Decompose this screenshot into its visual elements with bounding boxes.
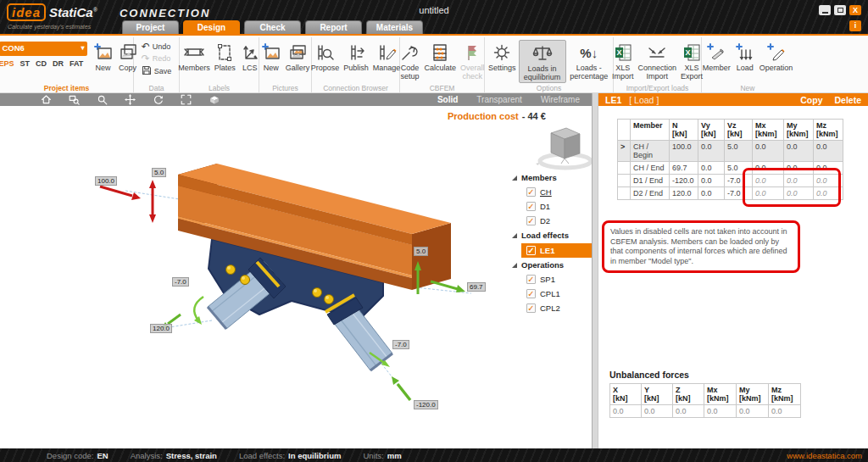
connection-import-button[interactable]: Connection Import <box>636 40 678 81</box>
xls-import-button[interactable]: X XLS Import <box>610 40 636 81</box>
rotate-view-button[interactable] <box>153 94 164 105</box>
tree-item-ch[interactable]: ✓CH <box>509 185 604 199</box>
checkbox-sp1[interactable]: ✓ <box>526 275 536 284</box>
gallery-button[interactable]: Gallery <box>284 40 312 74</box>
checkbox-ch[interactable]: ✓ <box>526 187 536 197</box>
publish-button[interactable]: Publish <box>342 40 370 74</box>
cell-n[interactable]: 69.7 <box>670 162 698 175</box>
project-item-tab-st[interactable]: ST <box>20 59 31 68</box>
pan-button[interactable] <box>125 94 136 105</box>
cell-my[interactable]: 0.0 <box>784 162 814 175</box>
viewport-3d-model[interactable] <box>0 106 593 448</box>
cell-mz[interactable]: 0.0 <box>814 162 843 175</box>
display-mode-solid[interactable]: Solid <box>437 95 458 104</box>
calculate-button[interactable]: Calculate <box>422 40 458 74</box>
connection-selector[interactable]: CON6▾ <box>0 42 87 56</box>
loads-in-equilibrium-button[interactable]: Loads in equilibrium <box>519 40 566 83</box>
tree-item-cpl2[interactable]: ✓CPL2 <box>509 301 604 315</box>
minimize-icon <box>822 12 828 14</box>
row-selector[interactable]: > <box>618 141 631 162</box>
minimize-button[interactable] <box>819 5 831 15</box>
zoom-button[interactable] <box>97 94 108 105</box>
undo-button[interactable]: ↶Undo <box>142 42 172 52</box>
copy-load-button[interactable]: Copy <box>800 95 822 105</box>
table-row[interactable]: D2 / End 120.0 0.0 -7.0 0.0 0.0 0.0 <box>618 187 843 200</box>
maximize-button[interactable] <box>834 5 846 15</box>
info-button[interactable]: i <box>849 20 861 31</box>
checkbox-d2[interactable]: ✓ <box>526 216 536 225</box>
project-item-tab-cd[interactable]: CD <box>36 59 47 68</box>
tree-item-d2[interactable]: ✓D2 <box>509 214 604 228</box>
cell-mz[interactable]: 0.0 <box>814 141 843 162</box>
cell-vz[interactable]: -7.0 <box>725 175 753 187</box>
cell-mx[interactable]: 0.0 <box>753 141 784 162</box>
checkbox-le1[interactable]: ✓ <box>526 246 536 255</box>
cell-my[interactable]: 0.0 <box>784 141 814 162</box>
tree-section-members[interactable]: Members <box>509 170 604 185</box>
tree-item-d1[interactable]: ✓D1 <box>509 199 604 214</box>
home-view-button[interactable] <box>41 94 52 105</box>
cell-vy[interactable]: 0.0 <box>698 187 725 200</box>
checkbox-cpl2[interactable]: ✓ <box>526 303 536 313</box>
project-item-tab-fat[interactable]: FAT <box>70 59 83 68</box>
checkbox-d1[interactable]: ✓ <box>526 202 536 211</box>
cell-mx[interactable]: 0.0 <box>753 162 784 175</box>
lcs-labels-button[interactable]: LCS <box>238 40 262 74</box>
tree-section-load-effects[interactable]: Load effects <box>509 228 604 242</box>
members-labels-button[interactable]: Members <box>176 40 212 74</box>
panel-divider-scrollbar[interactable] <box>592 93 598 448</box>
new-operation-button[interactable]: Operation <box>758 40 795 74</box>
propose-button[interactable]: Propose <box>309 40 342 74</box>
redo-button[interactable]: ↷Redo <box>142 53 172 64</box>
cell-vy[interactable]: 0.0 <box>698 175 725 187</box>
expander-icon[interactable] <box>512 233 517 238</box>
expander-icon[interactable] <box>512 175 517 181</box>
tree-item-cpl1[interactable]: ✓CPL1 <box>509 287 604 301</box>
table-row[interactable]: CH / End 69.7 0.0 5.0 0.0 0.0 0.0 <box>618 162 843 175</box>
row-selector[interactable] <box>618 175 631 187</box>
plates-labels-button[interactable]: Plates <box>213 40 237 74</box>
settings-button[interactable]: Settings <box>487 40 518 74</box>
new-picture-button[interactable]: New <box>259 40 283 74</box>
close-button[interactable]: X <box>849 5 861 15</box>
save-button[interactable]: Save <box>142 65 172 77</box>
display-mode-transparent[interactable]: Transparent <box>476 95 522 104</box>
tab-report[interactable]: Report <box>305 20 362 34</box>
diagonal-d2[interactable] <box>326 295 392 370</box>
website-link[interactable]: www.ideastatica.com <box>787 451 862 460</box>
cell-n[interactable]: 120.0 <box>670 187 698 200</box>
cell-vy[interactable]: 0.0 <box>698 162 725 175</box>
new-load-button[interactable]: Load <box>733 40 757 74</box>
new-member-button[interactable]: Member <box>701 40 732 74</box>
tree-item-sp1[interactable]: ✓SP1 <box>509 272 604 287</box>
project-item-tab-eps[interactable]: EPS <box>0 59 14 68</box>
delete-load-button[interactable]: Delete <box>834 95 861 105</box>
cell-vz[interactable]: -7.0 <box>725 187 753 200</box>
tab-check[interactable]: Check <box>244 20 301 34</box>
new-project-item-button[interactable]: New <box>92 40 115 74</box>
row-selector[interactable] <box>618 162 631 175</box>
tab-design[interactable]: Design <box>183 20 240 34</box>
cell-n[interactable]: 100.0 <box>670 141 698 162</box>
perspective-button[interactable] <box>209 94 220 105</box>
cell-vz[interactable]: 5.0 <box>725 141 753 162</box>
table-row[interactable]: > CH / Begin 100.0 0.0 5.0 0.0 0.0 0.0 <box>618 141 843 162</box>
loads-percentage-button[interactable]: %↓ Loads - percentage <box>567 40 611 81</box>
zoom-window-button[interactable] <box>69 94 80 105</box>
zoom-fit-button[interactable] <box>181 94 192 105</box>
checkbox-cpl1[interactable]: ✓ <box>526 289 536 298</box>
tab-project[interactable]: Project <box>122 20 179 34</box>
overall-check-button[interactable]: Overall check <box>459 40 487 81</box>
row-selector[interactable] <box>618 187 631 200</box>
tab-materials[interactable]: Materials <box>366 20 423 34</box>
cell-vz[interactable]: 5.0 <box>725 162 753 175</box>
code-setup-button[interactable]: Code setup <box>398 40 421 81</box>
tree-section-operations[interactable]: Operations <box>509 258 604 272</box>
cell-vy[interactable]: 0.0 <box>698 141 725 162</box>
expander-icon[interactable] <box>512 263 517 268</box>
viewport-3d[interactable]: Production cost- 44 € <box>0 106 604 448</box>
table-row[interactable]: D1 / End -120.0 0.0 -7.0 0.0 0.0 0.0 <box>618 175 843 187</box>
display-mode-wireframe[interactable]: Wireframe <box>541 95 580 104</box>
project-item-tab-dr[interactable]: DR <box>53 59 64 68</box>
cell-n[interactable]: -120.0 <box>670 175 698 187</box>
